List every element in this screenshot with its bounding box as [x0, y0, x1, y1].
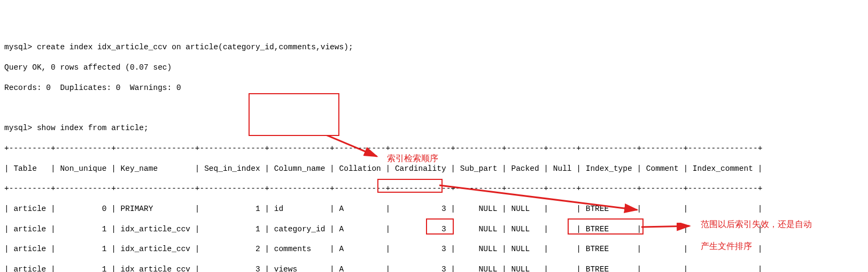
blank [4, 103, 864, 113]
idx-row-2: | article | 1 | idx_article_ccv | 1 | ca… [4, 224, 864, 235]
annot-index-order: 索引检索顺序 [387, 153, 438, 164]
idx-row-3: | article | 1 | idx_article_ccv | 2 | co… [4, 244, 864, 254]
idx-row-4: | article | 1 | idx_article_ccv | 3 | vi… [4, 265, 864, 272]
cmd-show-index: mysql> show index from article; [4, 123, 864, 133]
cmd-create-res1: Query OK, 0 rows affected (0.07 sec) [4, 63, 864, 73]
idx-border-mid: +---------+------------+----------------… [4, 184, 864, 194]
idx-border-top: +---------+------------+----------------… [4, 143, 864, 154]
idx-row-1: | article | 0 | PRIMARY | 1 | id | A | 3… [4, 204, 864, 214]
cmd-create-index: mysql> create index idx_article_ccv on a… [4, 42, 864, 52]
idx-header: | Table | Non_unique | Key_name | Seq_in… [4, 164, 864, 174]
cmd-create-res2: Records: 0 Duplicates: 0 Warnings: 0 [4, 83, 864, 93]
